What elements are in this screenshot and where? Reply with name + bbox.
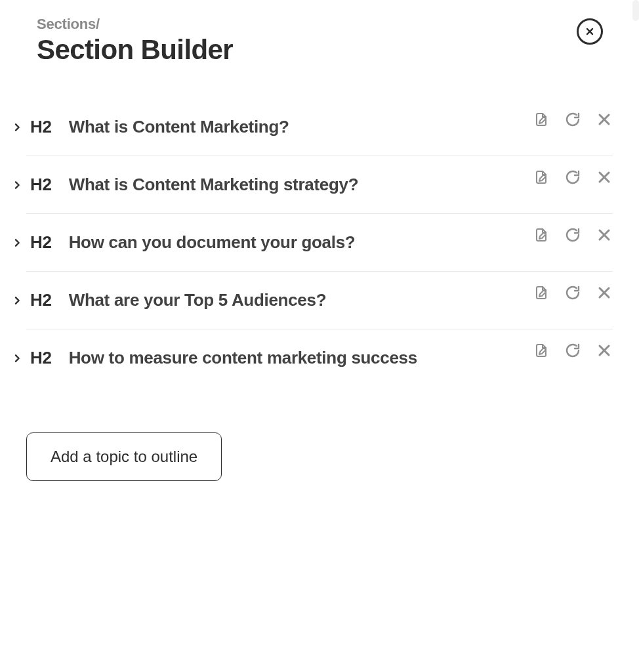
chevron-right-icon [12,122,22,133]
scrollbar-thumb[interactable] [632,0,639,21]
refresh-icon [565,227,581,243]
delete-button[interactable] [596,342,613,359]
expand-toggle[interactable] [12,353,24,364]
delete-button[interactable] [596,226,613,243]
section-row: H2 What is Content Marketing strategy? [26,156,613,214]
edit-page-button[interactable] [533,342,550,359]
section-title[interactable]: What are your Top 5 Audiences? [69,290,533,310]
delete-button[interactable] [596,111,613,128]
section-row: H2 How to measure content marketing succ… [26,329,613,387]
refresh-button[interactable] [564,169,581,186]
edit-page-button[interactable] [533,111,550,128]
refresh-button[interactable] [564,226,581,243]
expand-toggle[interactable] [12,180,24,190]
edit-page-button[interactable] [533,226,550,243]
scrollbar-track[interactable] [631,0,639,520]
x-icon [596,112,612,127]
x-icon [596,285,612,301]
x-icon [596,227,612,243]
breadcrumb[interactable]: Sections/ [37,16,233,33]
page-edit-icon [533,169,549,185]
chevron-right-icon [12,353,22,364]
close-x-icon [585,27,594,36]
page-edit-icon [533,112,549,127]
refresh-button[interactable] [564,342,581,359]
x-icon [596,343,612,358]
refresh-icon [565,169,581,185]
section-row: H2 What are your Top 5 Audiences? [26,272,613,329]
section-title[interactable]: What is Content Marketing? [69,117,533,137]
section-list: H2 What is Content Marketing? [7,98,613,387]
page-title: Section Builder [37,34,233,66]
heading-level-label: H2 [30,290,52,310]
expand-toggle[interactable] [12,238,24,248]
section-title[interactable]: How to measure content marketing success [69,348,533,368]
section-title[interactable]: What is Content Marketing strategy? [69,175,533,195]
refresh-icon [565,343,581,358]
x-icon [596,169,612,185]
heading-level-label: H2 [30,232,52,253]
section-title[interactable]: How can you document your goals? [69,232,533,253]
section-row: H2 What is Content Marketing? [26,98,613,156]
heading-level-label: H2 [30,175,52,195]
edit-page-button[interactable] [533,284,550,301]
delete-button[interactable] [596,284,613,301]
refresh-icon [565,285,581,301]
refresh-button[interactable] [564,111,581,128]
edit-page-button[interactable] [533,169,550,186]
close-button[interactable] [577,18,603,45]
refresh-button[interactable] [564,284,581,301]
chevron-right-icon [12,180,22,190]
page-edit-icon [533,285,549,301]
heading-level-label: H2 [30,117,52,137]
delete-button[interactable] [596,169,613,186]
expand-toggle[interactable] [12,295,24,306]
expand-toggle[interactable] [12,122,24,133]
heading-level-label: H2 [30,348,52,368]
add-topic-button[interactable]: Add a topic to outline [26,432,222,481]
chevron-right-icon [12,238,22,248]
page-edit-icon [533,227,549,243]
chevron-right-icon [12,295,22,306]
refresh-icon [565,112,581,127]
page-edit-icon [533,343,549,358]
section-row: H2 How can you document your goals? [26,214,613,272]
